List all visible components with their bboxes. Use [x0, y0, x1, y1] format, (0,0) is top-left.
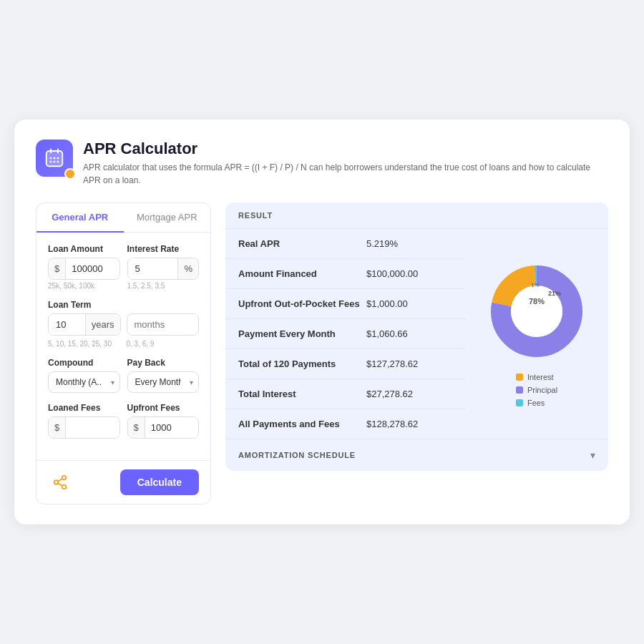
form-body: Loan Amount $ 25k, 50k, 100k Interest Ra…: [36, 233, 210, 460]
row-value: $128,278.62: [366, 419, 452, 429]
body-layout: General APR Mortgage APR Loan Amount $ 2…: [36, 203, 608, 504]
loan-term-years-input[interactable]: [49, 314, 85, 335]
upfront-fees-prefix: $: [128, 417, 145, 438]
fees-color-dot: [516, 399, 523, 406]
payback-select-wrapper: Every Month Every Week Every Day Every Y…: [127, 371, 200, 393]
row-label: Total Interest: [238, 389, 366, 399]
svg-point-9: [54, 480, 59, 484]
interest-rate-input-wrapper: %: [127, 258, 200, 280]
svg-rect-3: [54, 157, 56, 160]
tab-mortgage-apr[interactable]: Mortgage APR: [124, 203, 211, 233]
svg-text:1%: 1%: [531, 282, 540, 288]
loan-interest-row: Loan Amount $ 25k, 50k, 100k Interest Ra…: [48, 244, 199, 290]
left-panel: General APR Mortgage APR Loan Amount $ 2…: [36, 203, 211, 504]
svg-rect-2: [50, 157, 52, 160]
tab-bar: General APR Mortgage APR: [36, 203, 210, 233]
form-footer: Calculate: [36, 460, 210, 504]
amortization-section[interactable]: AMORTIZATION SCHEDULE ▾: [225, 439, 608, 471]
row-label: All Payments and Fees: [238, 419, 366, 429]
header-text: APR Calculator APR calculator that uses …: [83, 140, 608, 187]
row-value: $100,000.00: [366, 268, 452, 279]
interest-rate-label: Interest Rate: [127, 244, 200, 254]
loan-term-years-hint: 5, 10, 15, 20, 25, 30: [48, 340, 121, 348]
loan-term-months-input[interactable]: [127, 314, 199, 335]
payback-group: Pay Back Every Month Every Week Every Da…: [127, 358, 200, 393]
legend-interest-label: Interest: [527, 373, 554, 381]
svg-line-11: [58, 483, 62, 486]
svg-line-12: [58, 479, 62, 482]
compound-label: Compound: [48, 358, 120, 368]
table-row: All Payments and Fees $128,278.62: [225, 409, 465, 439]
legend-item-principal: Principal: [516, 386, 557, 394]
loaned-fees-wrapper: $: [48, 416, 120, 439]
loan-term-row: Loan Term years 5, 10, 15, 20, 25, 30: [48, 300, 199, 348]
payback-select[interactable]: Every Month Every Week Every Day Every Y…: [128, 372, 199, 392]
loan-term-label: Loan Term: [48, 300, 199, 310]
loan-amount-hint: 25k, 50k, 100k: [48, 282, 120, 290]
row-value: $1,000.00: [366, 298, 452, 309]
svg-rect-4: [57, 157, 59, 160]
chevron-down-icon: ▾: [590, 449, 595, 461]
loan-term-months-wrapper: [127, 313, 200, 336]
donut-chart: 78% 21% 1%: [487, 261, 587, 361]
interest-rate-suffix: %: [177, 258, 198, 279]
upfront-fees-input[interactable]: [145, 417, 198, 438]
legend-item-interest: Interest: [516, 373, 557, 381]
legend-fees-label: Fees: [527, 399, 545, 407]
result-header: RESULT: [225, 203, 608, 229]
icon-badge: [64, 168, 76, 180]
upfront-fees-group: Upfront Fees $: [127, 403, 200, 439]
row-label: Real APR: [238, 238, 366, 249]
share-button[interactable]: [48, 470, 72, 494]
loaned-fees-group: Loaned Fees $: [48, 403, 120, 439]
compound-select[interactable]: Monthly (A... Daily Weekly Quarterly Ann…: [49, 372, 119, 392]
loan-amount-group: Loan Amount $ 25k, 50k, 100k: [48, 244, 120, 290]
loan-amount-input-wrapper: $: [48, 258, 120, 280]
row-label: Upfront Out-of-Pocket Fees: [238, 298, 366, 309]
row-label: Payment Every Month: [238, 328, 366, 339]
loan-amount-input[interactable]: [66, 258, 119, 279]
right-panel: RESULT Real APR 5.219% Amount Financed $…: [225, 203, 608, 471]
payback-label: Pay Back: [127, 358, 200, 368]
loan-term-years-wrapper: years: [48, 313, 121, 336]
loan-term-years-unit: years: [85, 314, 120, 335]
table-row: Total Interest $27,278.62: [225, 379, 465, 409]
interest-rate-group: Interest Rate % 1.5, 2.5, 3.5: [127, 244, 200, 290]
legend-item-fees: Fees: [516, 399, 557, 407]
loaned-fees-prefix: $: [49, 417, 66, 438]
svg-point-10: [62, 485, 67, 489]
interest-rate-input[interactable]: [128, 258, 178, 279]
calculate-button[interactable]: Calculate: [120, 469, 199, 495]
row-value: $1,060.66: [366, 328, 452, 339]
loan-term-months-hint: 0, 3, 6, 9: [127, 340, 200, 348]
loan-amount-prefix: $: [49, 258, 66, 279]
interest-rate-hint: 1.5, 2.5, 3.5: [127, 282, 200, 290]
result-table: Real APR 5.219% Amount Financed $100,000…: [225, 229, 465, 439]
svg-rect-5: [50, 161, 52, 163]
compound-payback-row: Compound Monthly (A... Daily Weekly Quar…: [48, 358, 199, 393]
chart-legend: Interest Principal Fees: [516, 373, 557, 407]
upfront-fees-label: Upfront Fees: [127, 403, 200, 413]
row-label: Total of 120 Payments: [238, 358, 366, 369]
app-header: APR Calculator APR calculator that uses …: [36, 140, 608, 187]
app-title: APR Calculator: [83, 140, 608, 158]
compound-group: Compound Monthly (A... Daily Weekly Quar…: [48, 358, 120, 393]
loaned-fees-input[interactable]: [66, 417, 119, 438]
table-row: Total of 120 Payments $127,278.62: [225, 349, 465, 379]
interest-color-dot: [516, 374, 523, 381]
loaned-fees-label: Loaned Fees: [48, 403, 120, 413]
app-description: APR calculator that uses the formula APR…: [83, 161, 608, 187]
principal-color-dot: [516, 386, 523, 394]
svg-rect-6: [54, 161, 56, 163]
table-row: Real APR 5.219%: [225, 229, 465, 259]
svg-rect-7: [57, 161, 59, 163]
svg-text:78%: 78%: [529, 297, 545, 306]
row-label: Amount Financed: [238, 268, 366, 279]
table-row: Amount Financed $100,000.00: [225, 259, 465, 289]
result-body: Real APR 5.219% Amount Financed $100,000…: [225, 229, 608, 439]
chart-area: 78% 21% 1% Interest Principal: [465, 229, 608, 439]
tab-general-apr[interactable]: General APR: [36, 203, 124, 233]
legend-principal-label: Principal: [527, 386, 557, 394]
row-value: $127,278.62: [366, 358, 452, 369]
compound-select-wrapper: Monthly (A... Daily Weekly Quarterly Ann…: [48, 371, 120, 393]
